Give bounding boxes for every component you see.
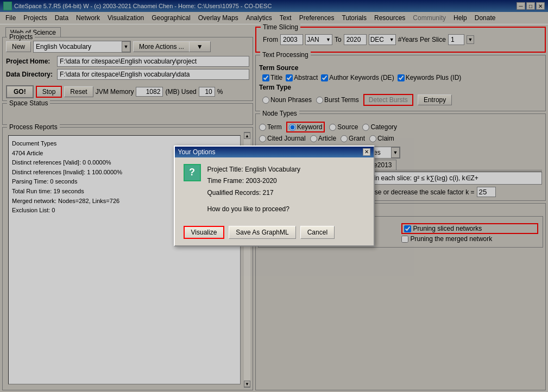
cancel-button[interactable]: Cancel	[300, 226, 335, 239]
modal-time-frame-value: 2003-2020	[245, 177, 276, 185]
modal-title-bar: Your Options ✕	[175, 147, 374, 157]
modal-buttons: Visualize Save As GraphML Cancel	[175, 222, 374, 245]
modal-qualified-records-row: Qualified Records: 217	[207, 187, 300, 199]
modal-project-title-label: Project Title:	[207, 166, 243, 173]
modal-text: Project Title: English Vocabulary Time F…	[207, 164, 300, 215]
modal-project-title-row: Project Title: English Vocabulary	[207, 164, 300, 176]
modal-dialog: Your Options ✕ ? Project Title: English …	[174, 146, 375, 246]
modal-title: Your Options	[178, 148, 216, 156]
modal-qualified-records-value: 217	[263, 189, 274, 197]
modal-time-frame-row: Time Frame: 2003-2020	[207, 175, 300, 187]
modal-qualified-records-label: Qualified Records:	[207, 189, 261, 197]
modal-question: How do you like to proceed?	[207, 204, 300, 216]
modal-time-frame-label: Time Frame:	[207, 177, 244, 185]
modal-icon: ?	[184, 164, 201, 181]
modal-overlay: Your Options ✕ ? Project Title: English …	[0, 0, 548, 392]
modal-content: ? Project Title: English Vocabulary Time…	[175, 157, 374, 222]
modal-project-title-value: English Vocabulary	[245, 166, 300, 173]
save-graphml-button[interactable]: Save As GraphML	[229, 226, 295, 239]
modal-close-button[interactable]: ✕	[363, 148, 370, 156]
visualize-button[interactable]: Visualize	[184, 226, 225, 239]
